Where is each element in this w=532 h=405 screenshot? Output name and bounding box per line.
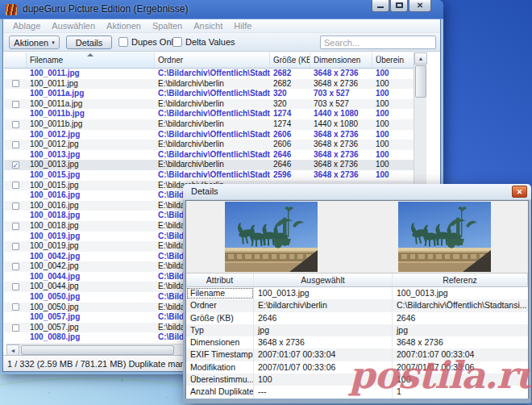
maximize-icon — [396, 2, 403, 8]
row-checkbox[interactable] — [12, 303, 19, 311]
detail-selected-value: --- — [254, 386, 393, 398]
cell-dim: 703 x 527 — [310, 99, 372, 110]
table-row[interactable]: 100_0011a.jpgC:\Bildarchiv\Öffentlich\St… — [4, 89, 415, 99]
detail-reference-value: 100 — [393, 374, 528, 386]
cell-match: 100 — [372, 140, 415, 150]
cell-match: 100 — [372, 79, 415, 90]
cell-file: 100_0042.jpg — [27, 261, 155, 272]
desktop: dupeGuru Picture Edition (Ergebnisse) ✕ … — [0, 0, 532, 405]
cell-match: 100 — [372, 109, 415, 119]
main-titlebar[interactable]: dupeGuru Picture Edition (Ergebnisse) ✕ — [2, 0, 441, 19]
close-button[interactable]: ✕ — [409, 0, 431, 12]
details-column-header-attribut[interactable]: Attribut — [186, 273, 254, 286]
cell-file: 100_0050.jpg — [27, 292, 155, 303]
cell-file: 100_0015.jpg — [27, 181, 155, 191]
close-icon: ✕ — [517, 188, 523, 196]
column-header-dimensionen[interactable]: Dimensionen — [310, 52, 372, 68]
window-controls: ✕ — [371, 0, 431, 12]
column-header-ordner[interactable]: Ordner — [155, 52, 270, 68]
menu-item-spalten[interactable]: Spalten — [147, 21, 188, 31]
detail-selected-value: jpg — [254, 324, 393, 336]
toolbar: Aktionen ▾ Details Dupes Only Delta Valu… — [3, 33, 440, 52]
row-checkbox[interactable] — [12, 223, 19, 230]
column-header-groe-e-kb[interactable]: Größe (KB — [270, 52, 310, 68]
dupes-only-checkbox[interactable] — [118, 37, 128, 47]
details-close-button[interactable]: ✕ — [512, 186, 527, 198]
delta-values-checkbox[interactable] — [172, 37, 182, 47]
detail-row-uebereinstimmu[interactable]: Übereinstimmu...100100 — [186, 374, 528, 386]
table-row[interactable]: 100_0012.jpgE:\bildarchiv\berlin26063648… — [4, 140, 415, 150]
row-checkbox[interactable] — [12, 121, 19, 128]
cell-match: 100 — [372, 69, 415, 79]
cell-file: 100_0011.jpg — [27, 79, 155, 90]
detail-row-groe-e-kb[interactable]: Größe (KB)26462646 — [186, 312, 528, 324]
main-window-title: dupeGuru Picture Edition (Ergebnisse) — [23, 3, 188, 15]
menu-item-ablage[interactable]: Ablage — [7, 21, 46, 31]
menu-item-auswaehlen[interactable]: Auswählen — [46, 21, 101, 31]
detail-row-typ[interactable]: Typjpgjpg — [186, 324, 528, 336]
cell-file: 100_0018.jpg — [27, 221, 155, 232]
detail-selected-value: 2007:01:07 00:33:04 — [254, 349, 393, 361]
table-row[interactable]: 100_0015.jpgC:\Bildarchiv\Öffentlich\Sta… — [4, 170, 415, 181]
table-row[interactable]: 100_0011b.jpgE:\bildarchiv\berlin1274144… — [4, 119, 415, 130]
sort-ascending-icon — [87, 53, 94, 56]
row-checkbox[interactable] — [12, 283, 19, 290]
row-checkbox[interactable] — [12, 182, 19, 189]
actions-dropdown-button[interactable]: Aktionen ▾ — [9, 35, 60, 49]
details-titlebar[interactable]: Details ✕ — [185, 184, 529, 200]
cell-match: 100 — [372, 89, 415, 99]
detail-row-filename[interactable]: Filename100_0013.jpg100_0013.jpg — [186, 287, 528, 299]
horizontal-scroll-thumb[interactable] — [21, 345, 174, 355]
cell-dim: 3648 x 2736 — [310, 130, 372, 140]
details-column-header-ausgewaehlt[interactable]: Ausgewählt — [254, 273, 393, 286]
detail-reference-value: 1 — [393, 386, 528, 398]
detail-row-exif-timestamp[interactable]: EXIF Timestamp2007:01:07 00:33:042007:01… — [186, 349, 528, 361]
table-row[interactable]: 100_0011a.jpgE:\bildarchiv\berlin320703 … — [4, 99, 415, 110]
menu-item-hilfe[interactable]: Hilfe — [228, 21, 257, 31]
cell-ordner: C:\Bildarchiv\Öffentlich\Stadta... — [155, 150, 270, 161]
cell-file: 100_0016.jpg — [27, 190, 155, 201]
column-header-filename[interactable]: Filename — [27, 52, 155, 68]
column-header-ueberein[interactable]: Überein — [372, 52, 415, 68]
detail-row-anzahl-duplikate[interactable]: Anzahl Duplikate---1 — [186, 386, 528, 398]
menu-item-ansicht[interactable]: Ansicht — [188, 21, 228, 31]
row-check-cell: ✓ — [4, 161, 27, 169]
cell-ordner: E:\bildarchiv\berlin — [155, 99, 270, 110]
actions-button-label: Aktionen — [14, 38, 48, 48]
row-checkbox[interactable] — [12, 101, 19, 108]
vertical-scroll-thumb[interactable] — [415, 65, 426, 98]
row-checkbox[interactable] — [12, 141, 19, 148]
table-row[interactable]: ✓100_0013.jpgE:\bildarchiv\berlin2646364… — [4, 160, 415, 170]
detail-attribute-name: Anzahl Duplikate — [186, 386, 254, 398]
detail-row-modifikation[interactable]: Modifikation2007/01/07 00:33:062007/01/0… — [186, 361, 528, 374]
search-input[interactable] — [320, 35, 436, 49]
detail-row-dimensionen[interactable]: Dimensionen3648 x 27363648 x 2736 — [186, 336, 528, 349]
cell-size: 2646 — [270, 160, 310, 170]
cell-dim: 1440 x 1080 — [310, 109, 372, 119]
row-checkbox[interactable] — [12, 80, 19, 87]
table-row[interactable]: 100_0013.jpgC:\Bildarchiv\Öffentlich\Sta… — [4, 150, 415, 161]
row-check-cell — [4, 141, 27, 148]
menu-bar: AblageAuswählenAktionenSpaltenAnsichtHil… — [3, 19, 440, 33]
table-row[interactable]: 100_0011.jpgC:\Bildarchiv\Öffentlich\Sta… — [4, 69, 415, 79]
detail-row-ordner[interactable]: OrdnerE:\bildarchiv\berlinC:\Bildarchiv\… — [186, 299, 528, 311]
cell-file: 100_0013.jpg — [27, 150, 155, 161]
maximize-button[interactable] — [390, 0, 408, 12]
row-checkbox[interactable] — [12, 263, 19, 270]
row-checkbox[interactable] — [12, 202, 19, 210]
cell-size: 2606 — [270, 140, 310, 150]
menu-item-aktionen[interactable]: Aktionen — [101, 21, 147, 31]
cell-match: 100 — [372, 170, 415, 181]
table-row[interactable]: 100_0011.jpgE:\bildarchiv\berlin26823648… — [4, 79, 415, 90]
row-checkbox[interactable] — [12, 324, 19, 332]
table-row[interactable]: 100_0011b.jpgC:\Bildarchiv\Öffentlich\St… — [4, 109, 415, 119]
column-header-check[interactable] — [4, 52, 27, 68]
table-row[interactable]: 100_0012.jpgC:\Bildarchiv\Öffentlich\Sta… — [4, 130, 415, 140]
details-column-header-referenz[interactable]: Referenz — [393, 273, 528, 286]
scroll-up-icon[interactable]: ▲ — [414, 52, 427, 65]
minimize-button[interactable] — [372, 0, 389, 12]
cell-dim: 3648 x 2736 — [310, 170, 372, 181]
row-checkbox[interactable]: ✓ — [12, 161, 19, 169]
details-button[interactable]: Details — [66, 35, 112, 49]
row-checkbox[interactable] — [12, 243, 19, 250]
